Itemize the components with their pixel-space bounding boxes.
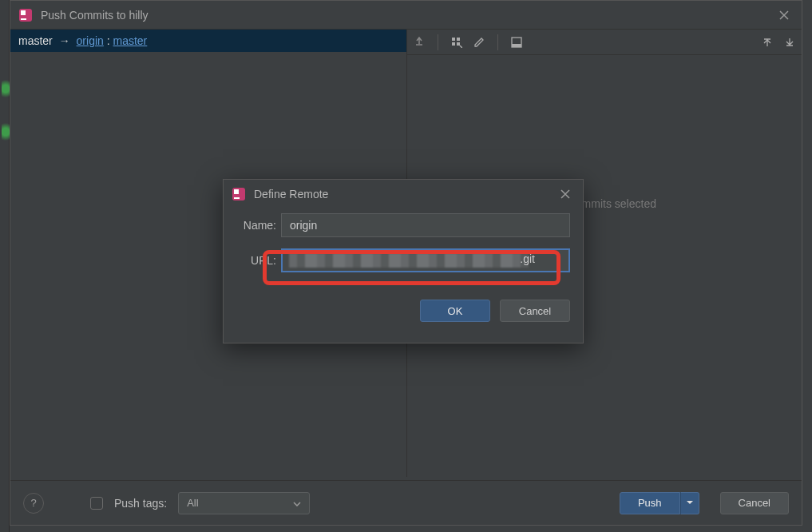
gutter-dot-icon — [2, 77, 10, 101]
right-toolbar — [407, 30, 802, 55]
name-label: Name: — [236, 219, 281, 232]
chevron-down-icon — [293, 497, 301, 509]
footer: ? Push tags: All Push Cancel — [10, 480, 802, 525]
arrow-icon: → — [59, 34, 70, 47]
title-bar: Push Commits to hilly — [10, 1, 802, 30]
toolbar-divider — [497, 34, 498, 50]
svg-rect-11 — [234, 197, 240, 199]
modal-title: Define Remote — [254, 188, 556, 200]
branch-row[interactable]: master → origin : master — [10, 30, 406, 52]
svg-rect-5 — [452, 42, 455, 46]
colon-separator: : — [107, 34, 113, 47]
url-label: URL: — [236, 254, 281, 267]
edit-icon[interactable] — [472, 35, 486, 50]
app-icon — [18, 8, 33, 22]
svg-rect-4 — [457, 38, 460, 41]
help-button[interactable]: ? — [23, 493, 44, 514]
url-field-row: URL: .git — [236, 248, 570, 272]
push-button[interactable]: Push — [620, 492, 680, 514]
push-tags-label: Push tags: — [114, 497, 167, 510]
cancel-button[interactable]: Cancel — [720, 492, 789, 514]
local-branch-label: master — [18, 34, 53, 47]
collapse-up-icon[interactable] — [760, 35, 774, 50]
layout-icon[interactable] — [509, 35, 524, 50]
gutter-dot-icon — [2, 120, 10, 144]
grid-icon[interactable] — [450, 35, 464, 50]
redacted-url — [289, 253, 529, 268]
modal-cancel-button[interactable]: Cancel — [500, 300, 570, 322]
ok-button[interactable]: OK — [420, 300, 490, 322]
define-remote-modal: Define Remote Name: URL: .git OK Cancel — [223, 179, 584, 343]
svg-rect-6 — [457, 42, 460, 46]
push-button-group: Push — [620, 492, 699, 514]
url-suffix: .git — [520, 252, 535, 265]
modal-title-bar: Define Remote — [224, 180, 583, 208]
svg-rect-8 — [512, 44, 521, 47]
svg-rect-3 — [452, 38, 455, 41]
modal-body: Name: URL: .git — [224, 208, 583, 288]
modal-close-icon[interactable] — [556, 185, 575, 204]
remote-branch-link[interactable]: master — [113, 34, 148, 47]
remote-link[interactable]: origin — [77, 34, 104, 47]
push-tags-checkbox[interactable] — [90, 497, 103, 510]
collapse-down-icon[interactable] — [782, 35, 797, 50]
svg-rect-10 — [234, 189, 239, 194]
close-icon[interactable] — [774, 6, 794, 25]
ide-left-gutter — [0, 0, 10, 532]
toolbar-divider — [438, 34, 438, 50]
tags-select-value: All — [187, 497, 198, 509]
app-icon — [232, 187, 246, 201]
svg-rect-2 — [21, 18, 26, 20]
name-input[interactable] — [281, 213, 570, 237]
name-field-row: Name: — [236, 213, 570, 237]
tags-select[interactable]: All — [178, 492, 310, 514]
pin-icon[interactable] — [412, 35, 426, 50]
push-dropdown-button[interactable] — [680, 492, 699, 514]
modal-buttons: OK Cancel — [224, 288, 583, 322]
window-title: Push Commits to hilly — [41, 9, 774, 22]
svg-rect-1 — [21, 10, 26, 15]
